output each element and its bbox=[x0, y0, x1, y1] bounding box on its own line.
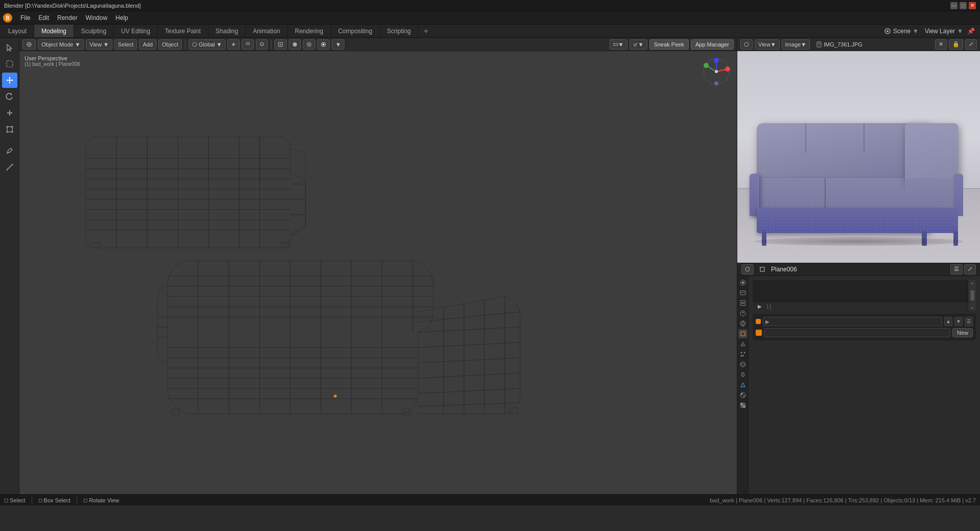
tab-layout[interactable]: Layout bbox=[1, 25, 34, 37]
overlay-dropdown[interactable]: ▼ bbox=[610, 39, 627, 50]
rotate-view-label: Rotate View bbox=[89, 497, 119, 503]
prop-icon-output[interactable] bbox=[738, 288, 748, 297]
prop-icon-world[interactable] bbox=[738, 319, 748, 328]
shading-options-btn[interactable]: ▼ bbox=[332, 39, 344, 50]
prop-icon-render[interactable] bbox=[738, 278, 748, 287]
material-slot-dropdown[interactable]: ☰ bbox=[965, 317, 973, 326]
svg-rect-121 bbox=[172, 409, 179, 415]
new-material-button[interactable]: New bbox=[952, 328, 973, 337]
menu-edit[interactable]: Edit bbox=[34, 13, 53, 22]
tab-scripting[interactable]: Scripting bbox=[380, 25, 418, 37]
image-filename: IMG_7361.JPG bbox=[824, 41, 862, 48]
rotate-view-icon: ◻ bbox=[83, 497, 87, 503]
tab-sculpting[interactable]: Sculpting bbox=[74, 25, 114, 37]
prop-icon-constraints[interactable] bbox=[738, 370, 748, 379]
scene-dropdown-icon[interactable]: ▼ bbox=[913, 28, 919, 35]
properties-header-icon[interactable] bbox=[741, 264, 754, 274]
prop-icon-physics[interactable] bbox=[738, 360, 748, 369]
svg-text:B: B bbox=[6, 15, 9, 21]
svg-rect-141 bbox=[741, 332, 745, 336]
gizmo-dropdown[interactable]: ▼ bbox=[629, 39, 647, 50]
prop-options-btn[interactable]: ☰ bbox=[950, 264, 963, 274]
overlay-icon bbox=[613, 42, 618, 47]
timeline-play-btn[interactable]: ▶ bbox=[756, 303, 764, 311]
scale-tool-icon[interactable] bbox=[2, 105, 17, 121]
tab-uv-editing[interactable]: UV Editing bbox=[114, 25, 158, 37]
prop-maximize-btn[interactable]: ⤢ bbox=[964, 264, 976, 274]
prop-icon-object[interactable] bbox=[738, 329, 748, 338]
image-view-menu[interactable]: View ▼ bbox=[755, 39, 780, 50]
prop-icon-texture[interactable] bbox=[738, 401, 748, 410]
annotate-tool-icon[interactable] bbox=[2, 143, 17, 158]
image-lock-btn[interactable]: 🔒 bbox=[949, 39, 963, 50]
prop-icon-view-layer[interactable] bbox=[738, 298, 748, 308]
snap-toggle[interactable] bbox=[242, 39, 254, 50]
solid-mode-btn[interactable] bbox=[289, 39, 301, 50]
image-viewer-menu[interactable] bbox=[740, 39, 753, 50]
image-image-menu[interactable]: Image ▼ bbox=[782, 39, 810, 50]
add-workspace-button[interactable]: + bbox=[418, 25, 433, 37]
measure-tool-icon[interactable] bbox=[2, 159, 17, 175]
image-viewer-toolbar: View ▼ Image ▼ IMG_7361.JPG ✕ 🔒 ⤢ bbox=[737, 38, 980, 51]
prop-icon-particles[interactable] bbox=[738, 350, 748, 359]
prop-icon-modifier[interactable] bbox=[738, 339, 748, 349]
maximize-button[interactable]: □ bbox=[960, 2, 967, 9]
tab-texture-paint[interactable]: Texture Paint bbox=[158, 25, 208, 37]
tab-rendering[interactable]: Rendering bbox=[288, 25, 331, 37]
sneak-peek-button[interactable]: Sneak Peek bbox=[649, 39, 689, 50]
timeline-scroll-thumb[interactable] bbox=[970, 290, 974, 301]
tab-compositing[interactable]: Compositing bbox=[331, 25, 380, 37]
navigation-gizmo[interactable]: X Y Z bbox=[701, 56, 732, 87]
tab-shading[interactable]: Shading bbox=[208, 25, 246, 37]
menu-render[interactable]: Render bbox=[53, 13, 81, 22]
move-tool-icon[interactable] bbox=[2, 73, 17, 88]
prop-icon-object-data[interactable] bbox=[738, 380, 748, 389]
image-maximize-btn[interactable]: ⤢ bbox=[965, 39, 977, 50]
material-slot-up[interactable]: ▲ bbox=[944, 317, 952, 326]
tab-modeling[interactable]: Modeling bbox=[34, 25, 74, 37]
proportional-edit[interactable]: ⊙ bbox=[256, 39, 268, 50]
add-menu[interactable]: Add bbox=[139, 39, 156, 50]
image-close-btn[interactable]: ✕ bbox=[935, 39, 947, 50]
properties-main: ▶ | | ▲ ▼ bbox=[749, 276, 980, 494]
pin-icon[interactable]: 📌 bbox=[967, 28, 975, 35]
wireframe-mode-btn[interactable] bbox=[274, 39, 287, 50]
object-menu[interactable]: Object bbox=[158, 39, 182, 50]
menu-window[interactable]: Window bbox=[81, 13, 111, 22]
select-menu[interactable]: Select bbox=[114, 39, 137, 50]
image-right-tools: ✕ 🔒 ⤢ bbox=[935, 39, 977, 50]
material-mode-btn[interactable] bbox=[303, 39, 315, 50]
material-slot-area: ▶ ▲ ▼ ☰ New bbox=[753, 314, 976, 340]
material-slot-down[interactable]: ▼ bbox=[954, 317, 963, 326]
transform-tool-icon[interactable] bbox=[2, 122, 17, 137]
svg-marker-8 bbox=[9, 82, 10, 84]
svg-point-37 bbox=[293, 42, 297, 47]
blender-logo: B bbox=[2, 12, 13, 24]
close-button[interactable]: ✕ bbox=[969, 2, 976, 9]
select-tool-icon[interactable] bbox=[2, 56, 17, 72]
material-slot-field[interactable]: ▶ bbox=[763, 317, 942, 326]
material-name-field[interactable] bbox=[764, 328, 950, 337]
rotate-tool-icon[interactable] bbox=[2, 89, 17, 104]
menu-file[interactable]: File bbox=[16, 13, 34, 22]
viewport-canvas[interactable]: User Perspective (1) bad_work | Plane006 bbox=[19, 51, 737, 494]
menu-help[interactable]: Help bbox=[111, 13, 132, 22]
svg-rect-4 bbox=[7, 61, 13, 67]
view-layer-dropdown-icon[interactable]: ▼ bbox=[957, 28, 963, 35]
render-mode-btn[interactable] bbox=[317, 39, 330, 50]
object-mode-dropdown[interactable]: Object Mode ▼ bbox=[38, 39, 84, 50]
viewport-menu-icon[interactable] bbox=[22, 39, 36, 50]
prop-icon-material[interactable] bbox=[738, 390, 748, 400]
minimize-button[interactable]: — bbox=[950, 2, 958, 9]
prop-icon-scene[interactable] bbox=[738, 309, 748, 318]
timeline-controls: ▶ | | bbox=[753, 302, 968, 311]
timeline-scrollbar[interactable]: ▲ ▼ bbox=[968, 280, 976, 311]
tab-animation[interactable]: Animation bbox=[246, 25, 288, 37]
cursor-tool-icon[interactable] bbox=[2, 40, 17, 55]
viewport-view-menu[interactable]: View ▼ bbox=[86, 39, 112, 50]
app-manager-button[interactable]: App Manager bbox=[691, 39, 734, 50]
pivot-point-btn[interactable] bbox=[227, 39, 240, 50]
material-icon bbox=[307, 42, 312, 47]
image-canvas[interactable] bbox=[737, 51, 980, 263]
transform-dropdown[interactable]: Global ▼ bbox=[189, 39, 226, 50]
